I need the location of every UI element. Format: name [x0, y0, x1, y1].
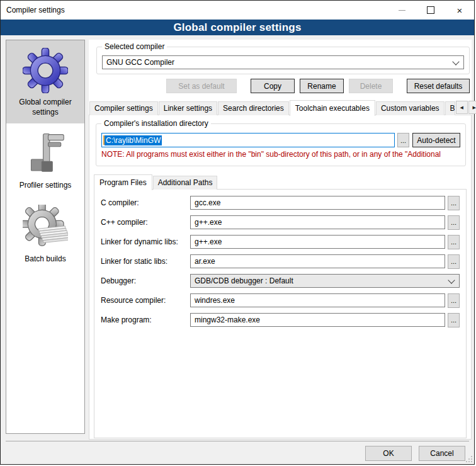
selected-compiler-group: Selected compiler GNU GCC Compiler: [96, 47, 470, 74]
global-compiler-settings-page: Selected compiler GNU GCC Compiler Set a…: [89, 40, 472, 434]
field-value: mingw32-make.exe: [195, 315, 260, 324]
reset-defaults-button[interactable]: Reset defaults: [407, 79, 470, 93]
installation-directory-row: C:\raylib\MinGW ... Auto-detect: [101, 133, 460, 147]
browse-directory-button[interactable]: ...: [397, 133, 409, 147]
footer-separator: [6, 441, 469, 441]
installation-directory-input[interactable]: C:\raylib\MinGW: [101, 133, 395, 147]
minimize-icon: [399, 10, 405, 11]
form-row-static-linker: Linker for static libs: ar.exe ...: [101, 254, 460, 268]
chevron-down-icon: [448, 276, 455, 283]
field-label: Linker for dynamic libs:: [101, 237, 190, 246]
tab-additional-paths[interactable]: Additional Paths: [153, 176, 218, 190]
settings-category-list: Global compiler settings Profiler settin…: [6, 40, 85, 434]
resource-compiler-input[interactable]: windres.exe: [190, 293, 445, 307]
browse-resource-compiler-button[interactable]: ...: [448, 293, 460, 308]
tab-program-files[interactable]: Program Files: [94, 174, 152, 190]
compiler-buttons-row: Set as default Copy Rename Delete Reset …: [89, 79, 470, 93]
debugger-select[interactable]: GDB/CDB debugger : Default: [190, 274, 460, 288]
installation-directory-value: C:\raylib\MinGW: [105, 135, 162, 145]
auto-detect-button[interactable]: Auto-detect: [412, 133, 460, 147]
arrow-right-icon: ▶: [472, 105, 475, 110]
maximize-icon: [427, 6, 434, 14]
caption-buttons: ×: [387, 1, 474, 20]
title-bar: Compiler settings ×: [1, 1, 474, 20]
dialog-content: Global compiler settings Profiler settin…: [1, 35, 474, 464]
chevron-down-icon: [452, 58, 459, 65]
sidebar-item-batch-builds[interactable]: Batch builds: [6, 197, 84, 271]
field-value: gcc.exe: [195, 198, 220, 207]
field-label: C compiler:: [101, 198, 190, 207]
field-value: GDB/CDB debugger : Default: [195, 276, 449, 285]
field-label: Make program:: [101, 315, 190, 324]
tab-linker-settings[interactable]: Linker settings: [159, 101, 217, 115]
ok-button[interactable]: OK: [365, 446, 412, 461]
dynamic-linker-input[interactable]: g++.exe: [190, 235, 445, 249]
field-label: Debugger:: [101, 276, 190, 285]
installation-directory-group: Compiler's installation directory C:\ray…: [96, 123, 466, 166]
selected-compiler-value: GNU GCC Compiler: [106, 58, 453, 67]
tab-scroll-right-button[interactable]: ▶: [468, 101, 476, 114]
field-label: Resource compiler:: [101, 296, 190, 305]
form-row-dynamic-linker: Linker for dynamic libs: g++.exe ...: [101, 235, 460, 249]
cancel-button[interactable]: Cancel: [419, 446, 465, 461]
installation-directory-legend: Compiler's installation directory: [101, 119, 211, 128]
tab-scroll-arrows: ◀ ▶: [456, 101, 476, 114]
rename-button[interactable]: Rename: [300, 79, 344, 93]
field-label: C++ compiler:: [101, 218, 190, 227]
browse-static-linker-button[interactable]: ...: [448, 254, 460, 269]
tab-build-options[interactable]: Build options: [445, 101, 455, 115]
browse-make-program-button[interactable]: ...: [448, 313, 460, 327]
selected-compiler-legend: Selected compiler: [102, 42, 167, 51]
blue-gear-icon: [23, 48, 68, 93]
form-row-make-program: Make program: mingw32-make.exe ...: [101, 313, 460, 327]
tab-compiler-settings[interactable]: Compiler settings: [89, 101, 158, 115]
close-button[interactable]: ×: [445, 1, 474, 20]
dialog-banner: Global compiler settings: [1, 20, 474, 35]
installation-note: NOTE: All programs must exist either in …: [101, 150, 460, 159]
settings-tab-bar: Compiler settings Linker settings Search…: [89, 99, 471, 115]
form-row-cpp-compiler: C++ compiler: g++.exe ...: [101, 215, 460, 229]
tab-toolchain-executables[interactable]: Toolchain executables: [290, 100, 375, 116]
set-as-default-button[interactable]: Set as default: [166, 79, 237, 93]
tab-custom-variables[interactable]: Custom variables: [376, 101, 445, 115]
selected-compiler-combobox[interactable]: GNU GCC Compiler: [102, 55, 464, 69]
close-icon: ×: [457, 6, 463, 15]
caliper-icon: [23, 131, 68, 176]
program-files-panel: C compiler: gcc.exe ... C++ compiler: g+…: [94, 189, 467, 438]
sidebar-item-label: Global compiler settings: [9, 98, 82, 117]
dialog-footer: OK Cancel: [365, 446, 465, 461]
copy-button[interactable]: Copy: [251, 79, 295, 93]
c-compiler-input[interactable]: gcc.exe: [190, 196, 445, 210]
sidebar-item-profiler-settings[interactable]: Profiler settings: [6, 123, 84, 197]
minimize-button[interactable]: [387, 1, 416, 20]
cpp-compiler-input[interactable]: g++.exe: [190, 215, 445, 229]
field-value: g++.exe: [195, 237, 222, 246]
sidebar-item-label: Batch builds: [25, 254, 65, 264]
compiler-settings-dialog: Compiler settings × Global compiler sett…: [0, 0, 475, 465]
browse-c-compiler-button[interactable]: ...: [448, 196, 460, 210]
sidebar-item-label: Profiler settings: [20, 181, 72, 191]
form-row-c-compiler: C compiler: gcc.exe ...: [101, 196, 460, 210]
browse-cpp-compiler-button[interactable]: ...: [448, 215, 460, 230]
static-linker-input[interactable]: ar.exe: [190, 254, 445, 268]
resize-grip[interactable]: [465, 455, 473, 463]
batch-builds-gear-icon: [23, 205, 68, 250]
field-label: Linker for static libs:: [101, 257, 190, 266]
field-value: g++.exe: [195, 218, 222, 227]
arrow-left-icon: ◀: [460, 105, 463, 110]
delete-button[interactable]: Delete: [349, 79, 393, 93]
maximize-button[interactable]: [416, 1, 445, 20]
window-title: Compiler settings: [1, 6, 65, 14]
toolchain-executables-panel: Compiler's installation directory C:\ray…: [89, 115, 472, 440]
make-program-input[interactable]: mingw32-make.exe: [190, 313, 445, 327]
field-value: ar.exe: [195, 257, 215, 266]
sidebar-item-global-compiler-settings[interactable]: Global compiler settings: [6, 40, 84, 123]
browse-dynamic-linker-button[interactable]: ...: [448, 235, 460, 249]
form-row-debugger: Debugger: GDB/CDB debugger : Default: [101, 274, 460, 288]
field-value: windres.exe: [195, 296, 235, 305]
tab-search-directories[interactable]: Search directories: [218, 101, 289, 115]
program-files-tab-bar: Program Files Additional Paths: [94, 174, 471, 190]
banner-title: Global compiler settings: [173, 21, 301, 34]
form-row-resource-compiler: Resource compiler: windres.exe ...: [101, 293, 460, 307]
tab-scroll-left-button[interactable]: ◀: [456, 101, 468, 114]
